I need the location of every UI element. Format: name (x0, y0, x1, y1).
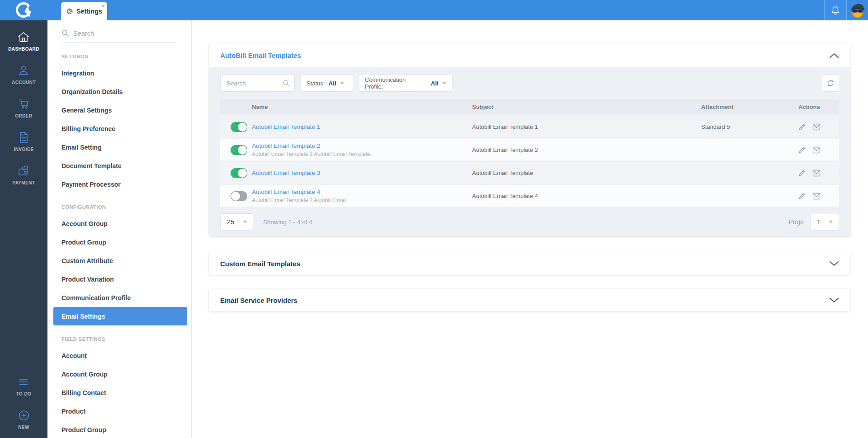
table-row: Autobill Email Template 1 Autobill Email… (220, 116, 839, 137)
template-subject: Autobill Email Template 2 (472, 146, 701, 153)
status-filter-value: All (328, 80, 336, 87)
app-sidebar: DASHBOARD ACCOUNT ORDER $ (0, 20, 47, 438)
autobill-panel-title: AutoBill Email Templates (220, 52, 301, 59)
sidebar-item-invoice[interactable]: $ INVOICE (14, 131, 34, 152)
template-search-input[interactable] (226, 80, 283, 87)
nav-section-title: FIELD SETTINGS (61, 336, 191, 342)
nav-item-email-setting[interactable]: Email Setting (53, 138, 187, 156)
invoice-icon: $ (18, 131, 29, 144)
status-filter-select[interactable]: Status: All (301, 75, 353, 92)
template-name-link[interactable]: Autobill Email Template 4 (252, 188, 472, 195)
sidebar-item-order[interactable]: ORDER (15, 97, 32, 118)
template-name-link[interactable]: Autobill Email Template 2 (252, 142, 472, 149)
sidebar-item-label: ACCOUNT (12, 80, 36, 85)
template-attachment: Standard 5 (701, 123, 798, 130)
col-attachment: Attachment (701, 104, 798, 110)
refresh-button[interactable] (822, 75, 839, 92)
send-email-icon[interactable] (812, 193, 821, 200)
status-toggle[interactable] (231, 191, 247, 201)
send-email-icon[interactable] (812, 123, 821, 131)
tab-settings-label: Settings (76, 8, 102, 15)
template-name-link[interactable]: Autobill Email Template 1 (252, 123, 472, 130)
settings-search-input[interactable] (73, 30, 164, 37)
refresh-icon (826, 79, 835, 87)
nav-item-organization-details[interactable]: Organization Details (53, 82, 187, 101)
nav-item-field-billing-contact[interactable]: Billing Contact (53, 383, 187, 402)
user-avatar[interactable] (847, 0, 868, 20)
topbar: Settings × (0, 0, 868, 20)
nav-item-field-product[interactable]: Product (53, 402, 187, 420)
nav-item-product-variation[interactable]: Product Variation (53, 270, 187, 288)
app-logo-icon[interactable] (13, 0, 34, 20)
main-content: AutoBill Email Templates (192, 20, 868, 438)
nav-item-account-group[interactable]: Account Group (53, 214, 187, 233)
autobill-panel-body: Status: All Communication Profile: All (209, 67, 850, 236)
tab-close-icon[interactable]: × (101, 3, 105, 9)
edit-icon[interactable] (798, 146, 806, 154)
search-icon (61, 29, 69, 37)
sidebar-item-new[interactable]: NEW (18, 409, 30, 430)
nav-item-billing-preference[interactable]: Billing Preference (53, 119, 187, 138)
nav-item-general-settings[interactable]: General Settings (53, 101, 187, 119)
status-toggle[interactable] (231, 168, 247, 178)
menu-icon (18, 375, 29, 389)
gear-icon (66, 8, 73, 15)
nav-item-communication-profile[interactable]: Communication Profile (53, 288, 187, 307)
bell-icon (831, 5, 840, 15)
status-filter-label: Status: (307, 80, 325, 87)
page-size-select[interactable]: 25 (220, 213, 253, 231)
email-service-providers-panel[interactable]: Email Service Providers (209, 289, 850, 311)
collapse-chevron-up-icon[interactable] (829, 53, 839, 58)
edit-icon[interactable] (798, 169, 806, 177)
status-toggle[interactable] (231, 122, 247, 132)
nav-section-title: CONFIGURATION (61, 204, 191, 210)
nav-item-product-group[interactable]: Product Group (53, 233, 187, 251)
table-row: Autobill Email Template 4 Autobill Email… (220, 185, 839, 207)
custom-email-templates-panel[interactable]: Custom Email Templates (209, 252, 850, 275)
penguin-avatar-image (849, 2, 866, 19)
chevron-down-icon (340, 82, 344, 85)
col-subject: Subject (472, 104, 701, 110)
sidebar-item-account[interactable]: ACCOUNT (12, 64, 36, 85)
nav-item-integration[interactable]: Integration (53, 64, 187, 82)
page-label: Page (788, 218, 804, 226)
page-size-value: 25 (227, 218, 234, 226)
sidebar-item-payment[interactable]: PAYMENT (12, 164, 35, 185)
svg-text:$: $ (22, 133, 24, 137)
edit-icon[interactable] (798, 123, 806, 131)
template-name-link[interactable]: Autobill Email Template 3 (252, 170, 472, 176)
sidebar-item-label: NEW (18, 425, 29, 430)
send-email-icon[interactable] (812, 146, 821, 154)
edit-icon[interactable] (798, 192, 806, 200)
nav-item-field-account-group[interactable]: Account Group (53, 365, 187, 383)
cart-icon (18, 97, 30, 111)
sidebar-item-todo[interactable]: TO DO (16, 375, 31, 396)
nav-item-field-account[interactable]: Account (53, 346, 187, 365)
communication-profile-select[interactable]: Communication Profile: All (359, 75, 453, 92)
nav-item-field-product-group[interactable]: Product Group (53, 420, 187, 438)
tab-settings[interactable]: Settings × (61, 2, 107, 20)
nav-item-custom-attribute[interactable]: Custom Attribute (53, 251, 187, 270)
sidebar-item-label: PAYMENT (12, 180, 35, 185)
settings-search[interactable] (61, 29, 176, 43)
sidebar-item-label: INVOICE (14, 147, 34, 152)
expand-chevron-down-icon[interactable] (829, 297, 839, 303)
template-description: Autobill Email Template 2 Autobill Email… (252, 151, 472, 157)
nav-item-email-settings[interactable]: Email Settings (53, 307, 187, 325)
nav-item-payment-processor[interactable]: Payment Processor (53, 175, 187, 193)
table-row: Autobill Email Template 2 Autobill Email… (220, 139, 839, 160)
status-toggle[interactable] (231, 145, 247, 155)
sidebar-item-dashboard[interactable]: DASHBOARD (8, 30, 39, 52)
template-search[interactable] (220, 75, 295, 92)
send-email-icon[interactable] (812, 170, 821, 177)
showing-count-text: Showing 1 - 4 of 4 (263, 219, 312, 226)
templates-table: Name Subject Attachment Actions Autobill… (220, 99, 839, 207)
page-number-select[interactable]: 1 (810, 214, 839, 231)
chevron-down-icon (829, 221, 833, 223)
col-actions: Actions (798, 104, 839, 110)
expand-chevron-down-icon[interactable] (829, 261, 839, 266)
nav-item-document-template[interactable]: Document Template (53, 156, 187, 175)
sidebar-item-label: DASHBOARD (8, 47, 39, 52)
col-name: Name (252, 104, 472, 110)
notifications-button[interactable] (824, 0, 847, 20)
